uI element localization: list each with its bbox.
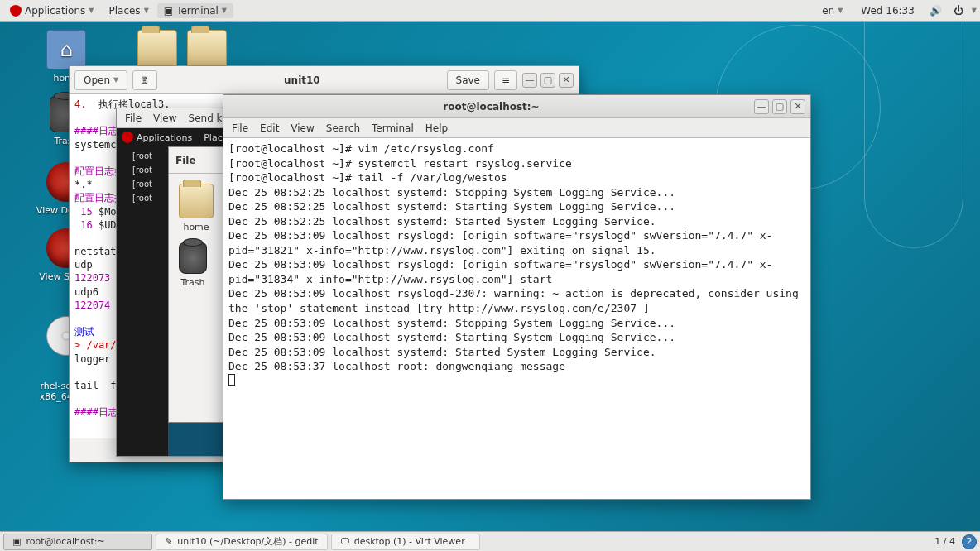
menu-view[interactable]: View: [153, 113, 176, 124]
trash-icon: [179, 242, 207, 274]
workspace-indicator[interactable]: 1 / 4: [934, 536, 955, 547]
vm-trash[interactable]: Trash: [179, 242, 207, 288]
folder-icon: [179, 184, 214, 218]
task-gedit[interactable]: ✎ unit10 (~/Desktop/文档) - gedit: [156, 534, 328, 550]
menu-file[interactable]: File: [232, 122, 248, 134]
terminal-output[interactable]: [root@localhost ~]# vim /etc/rsyslog.con…: [223, 138, 810, 499]
terminal-cursor: [228, 374, 235, 386]
vm-term-line: [root: [132, 165, 152, 175]
terminal-icon: ▣: [12, 536, 21, 547]
menu-label: Terminal: [176, 5, 219, 17]
hamburger-button[interactable]: ≡: [494, 70, 517, 90]
chevron-down-icon: ▼: [144, 7, 149, 14]
menu-label[interactable]: Applications: [137, 132, 192, 143]
task-label: root@localhost:~: [26, 536, 104, 547]
menu-help[interactable]: Help: [425, 122, 448, 134]
gnome-top-bar: Applications ▼ Places ▼ ▣ Terminal ▼ en …: [0, 0, 980, 22]
menu-active-app[interactable]: ▣ Terminal ▼: [157, 3, 233, 18]
power-icon[interactable]: ⏻: [950, 5, 967, 17]
btn-label: Open: [84, 74, 110, 86]
save-button[interactable]: Save: [447, 70, 489, 90]
chevron-down-icon: ▼: [838, 7, 843, 14]
notification-badge[interactable]: 2: [962, 534, 977, 549]
task-label: unit10 (~/Desktop/文档) - gedit: [177, 535, 318, 548]
maximize-button[interactable]: ▢: [540, 73, 555, 88]
folder-icon: [187, 30, 227, 69]
minimize-button[interactable]: —: [754, 99, 769, 114]
menu-edit[interactable]: Edit: [260, 122, 279, 134]
clock-label: Wed 16:33: [861, 5, 915, 17]
task-virt-viewer[interactable]: 🖵 desktop (1) - Virt Viewer: [331, 534, 480, 550]
menu-view[interactable]: View: [291, 122, 314, 134]
maximize-button[interactable]: ▢: [772, 99, 787, 114]
close-button[interactable]: ✕: [790, 99, 805, 114]
btn-label: Save: [456, 74, 480, 86]
task-label: desktop (1) - Virt Viewer: [354, 536, 465, 547]
menu-search[interactable]: Search: [326, 122, 360, 134]
vm-term-line: [root: [132, 194, 152, 203]
vm-terminal-strip: [root[root[root[root: [117, 146, 168, 456]
open-button[interactable]: Open ▼: [74, 70, 127, 90]
redhat-logo-icon: [122, 132, 133, 143]
display-icon: 🖵: [340, 536, 349, 547]
input-source-indicator[interactable]: en ▼: [815, 3, 849, 18]
volume-icon[interactable]: 🔊: [926, 5, 945, 17]
window-title: root@localhost:~: [228, 101, 754, 113]
gedit-headerbar: Open ▼ 🗎 unit10 Save ≡ — ▢ ✕: [70, 66, 579, 94]
vm-home-folder[interactable]: home: [179, 184, 214, 232]
menu-terminal[interactable]: Terminal: [372, 122, 414, 134]
vm-term-line: [root: [132, 180, 152, 189]
folder-icon: [137, 30, 177, 69]
chevron-down-icon: ▼: [972, 7, 977, 14]
redhat-logo-icon: [10, 5, 22, 17]
menu-applications[interactable]: Applications ▼: [3, 3, 100, 18]
new-doc-icon: 🗎: [140, 74, 150, 86]
chevron-down-icon: ▼: [222, 7, 227, 14]
icon-label: home: [179, 222, 214, 232]
menu-file[interactable]: File: [125, 113, 142, 124]
menu-label: Applications: [25, 5, 85, 17]
vm-term-line: [root: [132, 151, 152, 161]
clock[interactable]: Wed 16:33: [854, 3, 921, 18]
terminal-icon: ▣: [164, 5, 173, 17]
menu-label: Places: [108, 5, 140, 17]
bottom-taskbar: ▣ root@localhost:~ ✎ unit10 (~/Desktop/文…: [0, 531, 980, 551]
menu-places[interactable]: Places ▼: [102, 3, 155, 18]
minimize-button[interactable]: —: [522, 73, 537, 88]
terminal-window[interactable]: root@localhost:~ — ▢ ✕ FileEditViewSearc…: [223, 94, 811, 500]
terminal-titlebar[interactable]: root@localhost:~ — ▢ ✕: [223, 95, 810, 118]
icon-label: Trash: [179, 277, 207, 288]
new-tab-button[interactable]: 🗎: [132, 70, 157, 90]
home-folder-icon: ⌂: [46, 30, 86, 69]
terminal-menubar: FileEditViewSearchTerminalHelp: [223, 118, 810, 138]
task-terminal[interactable]: ▣ root@localhost:~: [3, 534, 152, 550]
chevron-down-icon: ▼: [113, 76, 118, 84]
document-title: unit10: [162, 74, 441, 86]
lang-label: en: [822, 5, 834, 17]
chevron-down-icon: ▼: [89, 7, 94, 14]
close-button[interactable]: ✕: [559, 73, 574, 88]
gedit-icon: ✎: [165, 536, 172, 547]
